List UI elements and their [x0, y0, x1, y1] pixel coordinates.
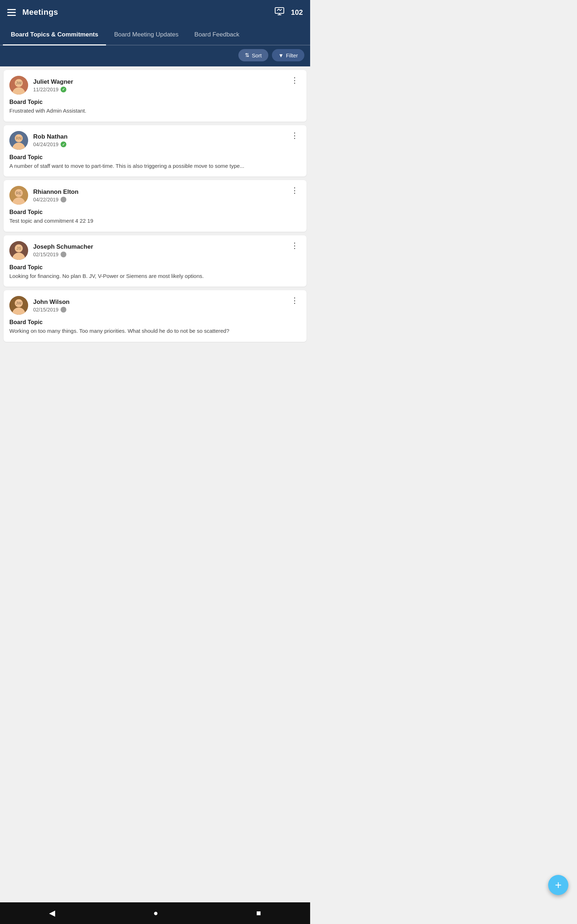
list-item: RN Rob Nathan 04/24/2019 ⋮ Board Topic A… [3, 125, 306, 177]
user-date: 04/24/2019 [33, 142, 68, 147]
svg-text:RE: RE [16, 191, 21, 195]
user-name: Joseph Schumacher [33, 243, 93, 250]
avatar: JW [10, 296, 28, 315]
list-item: JW Juliet Wagner 11/22/2019 ⋮ Board Topi… [3, 70, 306, 122]
more-options-icon[interactable]: ⋮ [288, 186, 301, 195]
card-type-label: Board Topic [10, 264, 301, 271]
status-indicator [61, 252, 66, 257]
list-item: JS Joseph Schumacher 02/15/2019 ⋮ Board … [3, 235, 306, 287]
header-right: 102 [274, 7, 303, 18]
card-type-label: Board Topic [10, 154, 301, 161]
user-details: John Wilson 02/15/2019 [33, 299, 69, 313]
header-left: Meetings [7, 8, 58, 17]
hamburger-menu-button[interactable] [7, 9, 16, 16]
card-content: A number of staff want to move to part-t… [10, 162, 301, 170]
notification-icon[interactable] [274, 7, 285, 18]
user-details: Juliet Wagner 11/22/2019 [33, 78, 73, 92]
card-header: RN Rob Nathan 04/24/2019 ⋮ [10, 131, 301, 150]
svg-text:JW: JW [16, 301, 22, 305]
card-header: JW Juliet Wagner 11/22/2019 ⋮ [10, 76, 301, 95]
tab-board-meeting[interactable]: Board Meeting Updates [106, 24, 187, 45]
list-item: JW John Wilson 02/15/2019 ⋮ Board Topic … [3, 290, 306, 342]
user-info: JW John Wilson 02/15/2019 [10, 296, 69, 315]
status-indicator [61, 307, 66, 313]
svg-text:JS: JS [16, 246, 21, 250]
avatar: JS [10, 241, 28, 260]
user-info: RE Rhiannon Elton 04/22/2019 [10, 186, 79, 205]
user-date: 04/22/2019 [33, 197, 79, 202]
card-content: Looking for financing. No plan B. JV, V-… [10, 272, 301, 281]
list-item: RE Rhiannon Elton 04/22/2019 ⋮ Board Top… [3, 180, 306, 232]
app-header: Meetings 102 [0, 0, 310, 24]
app-title: Meetings [23, 8, 58, 17]
card-header: JS Joseph Schumacher 02/15/2019 ⋮ [10, 241, 301, 260]
card-content: Test topic and commitment 4 22 19 [10, 217, 301, 225]
user-info: RN Rob Nathan 04/24/2019 [10, 131, 68, 150]
status-indicator [61, 142, 66, 147]
card-content: Working on too many things. Too many pri… [10, 327, 301, 335]
status-indicator [61, 87, 66, 92]
content-area: JW Juliet Wagner 11/22/2019 ⋮ Board Topi… [0, 66, 310, 427]
status-indicator [61, 197, 66, 202]
user-date: 11/22/2019 [33, 87, 73, 92]
svg-text:RN: RN [16, 136, 22, 141]
toolbar: ⇅ Sort ▼ Filter [0, 45, 310, 66]
sort-icon: ⇅ [245, 52, 250, 58]
tab-bar: Board Topics & Commitments Board Meeting… [0, 24, 310, 45]
user-info: JW Juliet Wagner 11/22/2019 [10, 76, 73, 95]
user-name: Juliet Wagner [33, 78, 73, 86]
user-name: John Wilson [33, 299, 69, 306]
avatar: RN [10, 131, 28, 150]
card-header: JW John Wilson 02/15/2019 ⋮ [10, 296, 301, 315]
card-content: Frustrated with Admin Assistant. [10, 107, 301, 115]
user-details: Joseph Schumacher 02/15/2019 [33, 243, 93, 257]
svg-text:JW: JW [16, 81, 22, 85]
svg-rect-0 [275, 8, 284, 13]
avatar: RE [10, 186, 28, 205]
filter-button[interactable]: ▼ Filter [272, 49, 305, 61]
card-type-label: Board Topic [10, 99, 301, 105]
more-options-icon[interactable]: ⋮ [288, 241, 301, 250]
user-info: JS Joseph Schumacher 02/15/2019 [10, 241, 93, 260]
more-options-icon[interactable]: ⋮ [288, 296, 301, 305]
more-options-icon[interactable]: ⋮ [288, 131, 301, 141]
user-date: 02/15/2019 [33, 307, 69, 313]
notification-count: 102 [291, 8, 303, 16]
user-date: 02/15/2019 [33, 252, 93, 257]
avatar: JW [10, 76, 28, 95]
card-header: RE Rhiannon Elton 04/22/2019 ⋮ [10, 186, 301, 205]
filter-icon: ▼ [279, 52, 284, 58]
more-options-icon[interactable]: ⋮ [288, 76, 301, 85]
card-type-label: Board Topic [10, 209, 301, 215]
user-details: Rob Nathan 04/24/2019 [33, 133, 68, 147]
sort-button[interactable]: ⇅ Sort [239, 49, 268, 61]
tab-board-topics[interactable]: Board Topics & Commitments [3, 24, 106, 45]
tab-board-feedback[interactable]: Board Feedback [187, 24, 247, 45]
user-details: Rhiannon Elton 04/22/2019 [33, 188, 79, 202]
user-name: Rhiannon Elton [33, 188, 79, 195]
user-name: Rob Nathan [33, 133, 68, 141]
svg-line-5 [280, 10, 282, 10]
card-type-label: Board Topic [10, 319, 301, 326]
